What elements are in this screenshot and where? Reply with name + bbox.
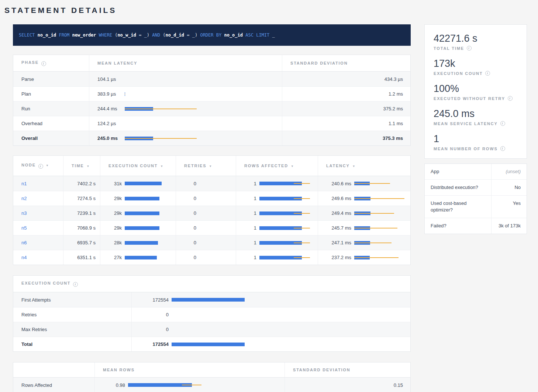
sort-icon: ▼ [160, 165, 163, 168]
time-cell: 6351.1 s [63, 250, 100, 265]
summary-label: MEAN NUMBER OF ROWSi [434, 146, 518, 151]
retries-content: 0 [176, 221, 236, 235]
sql-text [69, 32, 72, 38]
latency-content: 247.1 ms [318, 235, 410, 250]
info-icon[interactable]: i [485, 71, 490, 76]
node-cell: n6 [13, 235, 63, 250]
latency-header-label: LATENCY [326, 164, 350, 168]
exec-row: Retries0 [13, 307, 410, 322]
execution-count-content: 29k [100, 206, 176, 220]
details-label: Failed? [425, 218, 491, 234]
node-row: n46351.1 s27k01237.2 ms [13, 250, 410, 265]
node-link[interactable]: n5 [21, 225, 27, 231]
info-icon[interactable]: i [73, 282, 78, 287]
execution-count-content: 31k [100, 176, 176, 191]
bar-chart [125, 121, 282, 127]
node-row: n57068.9 s29k01245.7 ms [13, 220, 410, 235]
bar-stdev [294, 198, 310, 199]
sql-keyword: LIMIT [256, 32, 269, 38]
retries-value: 0 [180, 255, 196, 260]
sql-text: = _) [184, 32, 200, 38]
execution-count-column-header[interactable]: EXECUTION COUNT▼ [100, 156, 176, 176]
rows-affected-header-label: ROWS AFFECTED [244, 164, 288, 168]
sql-text [35, 32, 37, 38]
execution-count-content: 28k [100, 235, 176, 250]
mean-latency-value: 124.2 µs [97, 121, 125, 126]
execution-count-header-row: EXECUTION COUNTi [13, 276, 410, 292]
node-link[interactable]: n3 [21, 210, 27, 216]
stdev-cell: 375.2 ms [282, 101, 410, 116]
rows-affected-column-header[interactable]: ROWS AFFECTED▼ [236, 156, 318, 176]
latency-value: 240.6 ms [322, 181, 351, 186]
sort-icon: ▼ [86, 165, 89, 168]
info-icon[interactable]: i [38, 164, 43, 169]
node-link[interactable]: n1 [21, 181, 27, 186]
bar-chart [172, 297, 410, 303]
latency-cell: 247.1 ms [318, 235, 410, 250]
mean-latency-cell: 383.9 µs [89, 86, 282, 101]
node-link[interactable]: n2 [21, 196, 27, 201]
sql-keyword: WHERE [99, 32, 112, 38]
node-link[interactable]: n4 [21, 255, 27, 260]
mean-latency-value: 244.4 ms [97, 106, 125, 111]
info-icon[interactable]: i [41, 61, 46, 66]
summary-label: EXECUTED WITHOUT RETRYi [434, 96, 518, 101]
mean-latency-column-header: MEAN LATENCY [89, 55, 282, 72]
exec-value-content: 0 [132, 322, 410, 337]
sql-keyword: ASC [245, 32, 254, 38]
retries-column-header[interactable]: RETRIES▼ [176, 156, 236, 176]
phase-row: Overall245.0 ms375.3 ms [13, 131, 410, 145]
exec-row: First Attempts172554 [13, 292, 410, 307]
info-icon[interactable]: i [500, 146, 505, 151]
bar-mean [125, 212, 159, 215]
summary-item: 100%EXECUTED WITHOUT RETRYi [434, 82, 518, 101]
rows-affected-cell: 1 [236, 220, 318, 235]
exec-label-cell: Max Retries [13, 322, 131, 337]
execution-count-value: 29k [104, 210, 122, 216]
sql-text: _ [269, 32, 275, 38]
latency-value: 249.4 ms [322, 210, 351, 216]
node-column-header[interactable]: NODEi▼ [13, 156, 63, 176]
time-cell: 7402.2 s [63, 176, 100, 191]
details-value: No [491, 180, 527, 195]
bar-mean [125, 256, 157, 259]
bar-chart [259, 240, 318, 246]
retries-content: 0 [176, 191, 236, 206]
latency-content: 249.6 ms [318, 191, 410, 206]
node-cell: n5 [13, 220, 63, 235]
rows-table-body: Rows Affected0.980.15 [13, 378, 410, 392]
info-icon[interactable]: i [467, 46, 472, 51]
info-icon[interactable]: i [500, 121, 505, 126]
execution-count-table: EXECUTION COUNTi First Attempts172554Ret… [13, 275, 411, 352]
execution-count-content: 27k [100, 250, 176, 265]
time-column-header[interactable]: TIME▼ [63, 156, 100, 176]
bar-mean [125, 226, 159, 230]
exec-table-body: First Attempts172554Retries0Max Retries0… [13, 292, 410, 351]
info-icon[interactable]: i [508, 96, 513, 101]
execution-count-table-header: EXECUTION COUNTi [13, 276, 410, 292]
exec-count-value: 172554 [135, 297, 169, 303]
bar-chart [354, 210, 410, 216]
bar-chart [354, 240, 410, 246]
node-link[interactable]: n6 [21, 240, 27, 245]
phase-name-cell: Overall [13, 131, 89, 145]
summary-label-text: MEAN SERVICE LATENCY [434, 121, 498, 126]
page-title: STATEMENT DETAILS [4, 4, 527, 15]
retries-content: 0 [176, 250, 236, 265]
summary-label-text: TOTAL TIME [434, 46, 464, 51]
bar-stdev [294, 257, 310, 258]
retries-value: 0 [180, 210, 196, 216]
mean-latency-cell: 245.0 ms [89, 131, 282, 145]
execution-count-value: 28k [104, 240, 122, 245]
bar-stdev [294, 243, 310, 243]
phase-name-cell: Plan [13, 86, 89, 101]
execution-count-value: 27k [104, 255, 122, 260]
sql-keyword: SELECT [19, 32, 35, 38]
mean-latency-content: 383.9 µs [89, 87, 282, 101]
bar-chart [128, 382, 284, 388]
latency-column-header[interactable]: LATENCY▼ [318, 156, 410, 176]
details-list: App(unset)Distributed execution?NoUsed c… [425, 164, 527, 234]
latency-content: 240.6 ms [318, 176, 410, 191]
summary-label: MEAN SERVICE LATENCYi [434, 121, 518, 126]
bar-stdev [125, 109, 197, 109]
